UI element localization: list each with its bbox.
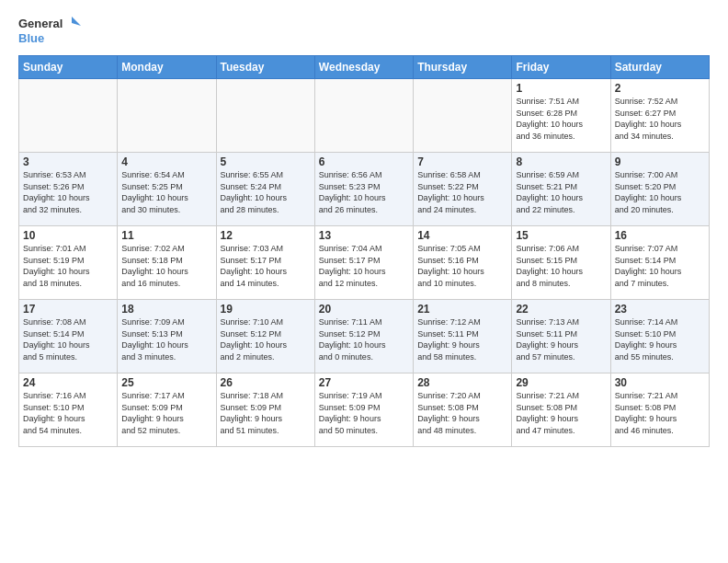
day-number: 29: [516, 376, 606, 389]
day-info: Sunrise: 7:51 AM Sunset: 6:28 PM Dayligh…: [516, 96, 606, 142]
day-info: Sunrise: 7:18 AM Sunset: 5:09 PM Dayligh…: [221, 390, 311, 436]
day-info: Sunrise: 7:21 AM Sunset: 5:08 PM Dayligh…: [516, 390, 606, 436]
day-info: Sunrise: 6:58 AM Sunset: 5:22 PM Dayligh…: [417, 169, 507, 215]
day-number: 17: [23, 303, 113, 316]
day-number: 21: [417, 303, 507, 316]
day-number: 13: [319, 229, 409, 242]
day-number: 8: [516, 155, 606, 168]
day-info: Sunrise: 7:09 AM Sunset: 5:13 PM Dayligh…: [121, 316, 211, 362]
header: General Blue: [18, 15, 710, 48]
day-info: Sunrise: 7:16 AM Sunset: 5:10 PM Dayligh…: [23, 390, 113, 436]
day-cell: 2Sunrise: 7:52 AM Sunset: 6:27 PM Daylig…: [610, 79, 709, 153]
day-info: Sunrise: 7:05 AM Sunset: 5:16 PM Dayligh…: [417, 243, 507, 289]
day-cell: 27Sunrise: 7:19 AM Sunset: 5:09 PM Dayli…: [314, 373, 413, 447]
day-info: Sunrise: 7:02 AM Sunset: 5:18 PM Dayligh…: [121, 243, 211, 289]
day-cell: 11Sunrise: 7:02 AM Sunset: 5:18 PM Dayli…: [118, 226, 216, 300]
day-info: Sunrise: 6:53 AM Sunset: 5:26 PM Dayligh…: [23, 169, 113, 215]
day-cell: 13Sunrise: 7:04 AM Sunset: 5:17 PM Dayli…: [314, 226, 413, 300]
day-cell: 7Sunrise: 6:58 AM Sunset: 5:22 PM Daylig…: [414, 153, 512, 226]
col-header-friday: Friday: [512, 56, 610, 79]
col-header-monday: Monday: [118, 56, 216, 79]
day-number: 25: [121, 376, 211, 389]
day-info: Sunrise: 7:11 AM Sunset: 5:12 PM Dayligh…: [319, 316, 409, 362]
day-cell: 4Sunrise: 6:54 AM Sunset: 5:25 PM Daylig…: [118, 153, 216, 226]
day-cell: 22Sunrise: 7:13 AM Sunset: 5:11 PM Dayli…: [512, 300, 610, 373]
day-number: 19: [221, 303, 311, 316]
day-cell: 21Sunrise: 7:12 AM Sunset: 5:11 PM Dayli…: [414, 300, 512, 373]
day-number: 20: [319, 303, 409, 316]
day-cell: 25Sunrise: 7:17 AM Sunset: 5:09 PM Dayli…: [118, 373, 216, 447]
week-row-4: 17Sunrise: 7:08 AM Sunset: 5:14 PM Dayli…: [19, 300, 710, 373]
day-cell: 28Sunrise: 7:20 AM Sunset: 5:08 PM Dayli…: [414, 373, 512, 447]
day-number: 3: [23, 155, 113, 168]
day-info: Sunrise: 6:55 AM Sunset: 5:24 PM Dayligh…: [221, 169, 311, 215]
day-info: Sunrise: 6:54 AM Sunset: 5:25 PM Dayligh…: [121, 169, 211, 215]
day-cell: 19Sunrise: 7:10 AM Sunset: 5:12 PM Dayli…: [216, 300, 314, 373]
svg-text:General: General: [18, 17, 63, 30]
day-cell: 8Sunrise: 6:59 AM Sunset: 5:21 PM Daylig…: [512, 153, 610, 226]
logo-svg: General Blue: [18, 15, 83, 48]
day-number: 5: [221, 155, 311, 168]
day-number: 1: [516, 82, 606, 95]
day-info: Sunrise: 7:04 AM Sunset: 5:17 PM Dayligh…: [319, 243, 409, 289]
day-number: 22: [516, 303, 606, 316]
day-number: 7: [417, 155, 507, 168]
day-info: Sunrise: 6:59 AM Sunset: 5:21 PM Dayligh…: [516, 169, 606, 215]
col-header-thursday: Thursday: [414, 56, 512, 79]
col-header-sunday: Sunday: [19, 56, 118, 79]
week-row-3: 10Sunrise: 7:01 AM Sunset: 5:19 PM Dayli…: [19, 226, 710, 300]
day-info: Sunrise: 7:08 AM Sunset: 5:14 PM Dayligh…: [23, 316, 113, 362]
day-number: 14: [417, 229, 507, 242]
day-cell: 23Sunrise: 7:14 AM Sunset: 5:10 PM Dayli…: [610, 300, 709, 373]
day-info: Sunrise: 7:21 AM Sunset: 5:08 PM Dayligh…: [615, 390, 705, 436]
day-cell: 14Sunrise: 7:05 AM Sunset: 5:16 PM Dayli…: [414, 226, 512, 300]
day-number: 27: [319, 376, 409, 389]
day-cell: [118, 79, 216, 153]
day-cell: 12Sunrise: 7:03 AM Sunset: 5:17 PM Dayli…: [216, 226, 314, 300]
day-info: Sunrise: 7:14 AM Sunset: 5:10 PM Dayligh…: [615, 316, 705, 362]
day-cell: 16Sunrise: 7:07 AM Sunset: 5:14 PM Dayli…: [610, 226, 709, 300]
day-info: Sunrise: 7:17 AM Sunset: 5:09 PM Dayligh…: [121, 390, 211, 436]
svg-text:Blue: Blue: [18, 31, 44, 45]
day-number: 10: [23, 229, 113, 242]
day-info: Sunrise: 6:56 AM Sunset: 5:23 PM Dayligh…: [319, 169, 409, 215]
day-info: Sunrise: 7:03 AM Sunset: 5:17 PM Dayligh…: [221, 243, 311, 289]
day-info: Sunrise: 7:10 AM Sunset: 5:12 PM Dayligh…: [221, 316, 311, 362]
day-cell: 24Sunrise: 7:16 AM Sunset: 5:10 PM Dayli…: [19, 373, 118, 447]
day-number: 28: [417, 376, 507, 389]
day-number: 23: [615, 303, 705, 316]
day-cell: 10Sunrise: 7:01 AM Sunset: 5:19 PM Dayli…: [19, 226, 118, 300]
col-header-tuesday: Tuesday: [216, 56, 314, 79]
day-number: 30: [615, 376, 705, 389]
col-header-wednesday: Wednesday: [314, 56, 413, 79]
day-number: 18: [121, 303, 211, 316]
day-info: Sunrise: 7:20 AM Sunset: 5:08 PM Dayligh…: [417, 390, 507, 436]
day-number: 9: [615, 155, 705, 168]
day-cell: 29Sunrise: 7:21 AM Sunset: 5:08 PM Dayli…: [512, 373, 610, 447]
day-info: Sunrise: 7:01 AM Sunset: 5:19 PM Dayligh…: [23, 243, 113, 289]
day-number: 4: [121, 155, 211, 168]
calendar-header-row: SundayMondayTuesdayWednesdayThursdayFrid…: [19, 56, 710, 79]
day-cell: 20Sunrise: 7:11 AM Sunset: 5:12 PM Dayli…: [314, 300, 413, 373]
page: General Blue SundayMondayTuesdayWednesda…: [0, 0, 728, 563]
day-info: Sunrise: 7:52 AM Sunset: 6:27 PM Dayligh…: [615, 96, 705, 142]
day-info: Sunrise: 7:12 AM Sunset: 5:11 PM Dayligh…: [417, 316, 507, 362]
day-info: Sunrise: 7:13 AM Sunset: 5:11 PM Dayligh…: [516, 316, 606, 362]
day-cell: 6Sunrise: 6:56 AM Sunset: 5:23 PM Daylig…: [314, 153, 413, 226]
svg-marker-2: [72, 17, 81, 26]
day-cell: 17Sunrise: 7:08 AM Sunset: 5:14 PM Dayli…: [19, 300, 118, 373]
day-number: 24: [23, 376, 113, 389]
day-number: 6: [319, 155, 409, 168]
day-info: Sunrise: 7:19 AM Sunset: 5:09 PM Dayligh…: [319, 390, 409, 436]
day-cell: [314, 79, 413, 153]
day-cell: [414, 79, 512, 153]
day-info: Sunrise: 7:07 AM Sunset: 5:14 PM Dayligh…: [615, 243, 705, 289]
day-cell: 3Sunrise: 6:53 AM Sunset: 5:26 PM Daylig…: [19, 153, 118, 226]
day-number: 15: [516, 229, 606, 242]
day-cell: 5Sunrise: 6:55 AM Sunset: 5:24 PM Daylig…: [216, 153, 314, 226]
day-cell: 1Sunrise: 7:51 AM Sunset: 6:28 PM Daylig…: [512, 79, 610, 153]
day-cell: [19, 79, 118, 153]
day-info: Sunrise: 7:06 AM Sunset: 5:15 PM Dayligh…: [516, 243, 606, 289]
day-number: 12: [221, 229, 311, 242]
day-cell: 30Sunrise: 7:21 AM Sunset: 5:08 PM Dayli…: [610, 373, 709, 447]
